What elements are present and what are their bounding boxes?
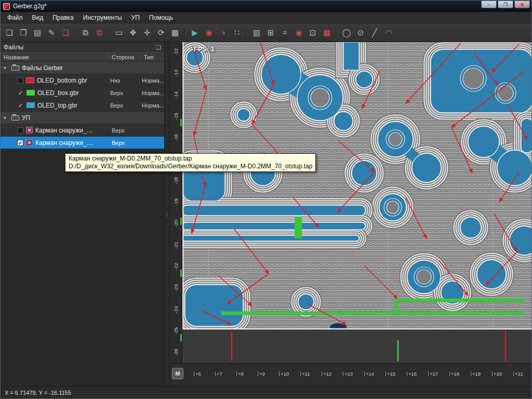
files-panel-empty-area (1, 149, 164, 386)
toolbar-rotate-button[interactable]: ⟳ (154, 26, 168, 39)
v-ruler-label: -18 (174, 177, 179, 184)
h-ruler-label: +12 (322, 371, 343, 377)
group-label: Файлы Gerber (22, 64, 63, 72)
toolbar-drill-button[interactable]: ∷ (230, 26, 244, 39)
v-ruler-label: -12 (174, 48, 179, 56)
menu-edit[interactable]: Правка (48, 12, 78, 23)
layer-color-swatch[interactable] (26, 77, 34, 83)
units-button[interactable]: M (172, 368, 183, 379)
menu-view[interactable]: Вид (28, 12, 48, 23)
file-side: Верх (109, 140, 141, 146)
toolbar-align-button[interactable]: ✛ (140, 26, 154, 39)
toolbar-simulate-button[interactable]: ▶ (188, 26, 202, 39)
toolbar-pie-stats-button[interactable]: ◑ (216, 26, 230, 39)
toolbar-grid-button[interactable]: ▩ (320, 26, 334, 39)
visibility-checkbox[interactable]: ✓ (17, 140, 23, 146)
h-ruler-label: +18 (449, 371, 471, 377)
toolbar-paste-button[interactable]: ⧉ (92, 26, 106, 39)
toolbar-record-button[interactable]: ◉ (292, 26, 305, 39)
files-table-header: Название Сторона Тип (1, 52, 164, 62)
file-name: OLED_box.gbr (37, 89, 78, 97)
expander-icon[interactable]: ▾ (4, 115, 9, 121)
visibility-checkbox[interactable] (17, 127, 23, 134)
toolbar-new-file-button[interactable]: ❏ (3, 26, 16, 39)
toolbar-separator (184, 27, 185, 38)
file-type: Норма... (139, 90, 164, 96)
toolbar-move-tool-button[interactable]: ✥ (126, 26, 140, 39)
toolbar-center-tool-button[interactable]: ⊙ (354, 26, 367, 39)
close-button[interactable]: ✕ (514, 1, 530, 8)
toolbar-milling-button[interactable]: ◉ (202, 26, 216, 39)
splitter-grip-icon: ⋮ (164, 211, 170, 218)
files-tree: ▾Файлы GerberOLED_bottom.gbrНизНорма...✓… (1, 62, 164, 149)
maximize-button[interactable]: ❐ (498, 1, 513, 8)
column-header-name[interactable]: Название (1, 53, 109, 61)
green-pocket-mark (295, 217, 302, 238)
h-ruler-label: +15 (385, 371, 407, 377)
group-row[interactable]: ▾Файлы Gerber (1, 62, 164, 74)
toolbar-circle-tool-button[interactable]: ◯ (340, 26, 353, 39)
toolbar-close-file-button[interactable]: ❑ (59, 26, 72, 39)
file-tooltip: Карман снаружи_M-D0.2MM_70_otstup.tap D:… (65, 153, 316, 172)
menu-nc-program[interactable]: УП (127, 12, 144, 23)
v-ruler-label: -13 (174, 70, 179, 77)
toolbar-save-button[interactable]: ▤ (31, 26, 44, 39)
visibility-checkbox[interactable] (17, 77, 23, 84)
v-ruler-label: -22 (174, 263, 179, 270)
file-row[interactable]: ✓Карман снаружи_…Верх (1, 137, 164, 149)
toolbar-array-button[interactable]: ▦ (168, 26, 182, 39)
toolbar-layers-button[interactable]: ▥ (250, 26, 263, 39)
v-ruler-label: -25 (174, 327, 179, 335)
file-row[interactable]: ✓OLED_top.gbrВерхНорма... (1, 99, 164, 112)
toolbar-select-region-button[interactable]: ▭ (112, 26, 126, 39)
toolbar-export-button[interactable]: ⊞ (264, 26, 277, 39)
h-ruler-label: +8 (236, 371, 258, 377)
menu-file[interactable]: Файл (3, 12, 28, 23)
file-name: OLED_top.gbr (37, 102, 77, 109)
application-window: Gerber.g2g* − ❐ ✕ Файл Вид Правка Инстру… (0, 0, 532, 399)
h-ruler-label: +14 (364, 371, 385, 377)
toolbar-curve-button[interactable]: ≈ (278, 26, 291, 39)
toolbar-fit-view-button[interactable]: ⊡ (306, 26, 320, 39)
h-ruler-label: +7 (215, 371, 236, 377)
cursor-coordinates: X = 6.71479, Y = -16.1155 (5, 390, 71, 396)
below-board-background (182, 329, 531, 363)
toolbar-open-folder-button[interactable]: ❐ (17, 26, 30, 39)
file-row[interactable]: Карман снаружи_…Верх (1, 124, 164, 137)
v-ruler-green-mark (180, 270, 182, 277)
layer-color-swatch[interactable] (26, 102, 35, 108)
file-row[interactable]: ✓OLED_box.gbrВерхНорма... (1, 87, 164, 99)
panel-splitter[interactable]: ⋮ (165, 42, 170, 386)
main-area: Файлы ❏ Название Сторона Тип ▾Файлы Gerb… (1, 42, 531, 386)
group-row[interactable]: ▾УП (1, 112, 164, 124)
toolbar-separator (75, 27, 76, 38)
toolbar-separator (109, 27, 110, 38)
toolbar-separator (336, 27, 337, 38)
panel-detach-icon[interactable]: ❏ (156, 44, 161, 51)
files-panel-header: Файлы ❏ (1, 42, 164, 52)
visibility-checkbox[interactable]: ✓ (17, 89, 24, 97)
visibility-checkbox[interactable]: ✓ (17, 102, 24, 109)
column-header-side[interactable]: Сторона (109, 53, 141, 61)
v-ruler-label: -26 (174, 349, 179, 356)
toolbar-edit-button[interactable]: ✎ (45, 26, 58, 39)
menu-help[interactable]: Помощь (144, 12, 178, 23)
pcb-canvas[interactable] (182, 42, 531, 363)
minimize-button[interactable]: − (481, 1, 497, 8)
file-type: Норма... (139, 102, 164, 109)
toolbar-arc-tool-button[interactable]: ◠ (382, 26, 395, 39)
v-ruler-label: -19 (174, 198, 179, 206)
title-bar: Gerber.g2g* − ❐ ✕ (1, 1, 531, 12)
h-ruler-label: +6 (194, 371, 215, 377)
layer-color-swatch[interactable] (26, 90, 35, 96)
expander-icon[interactable]: ▾ (4, 65, 9, 71)
file-row[interactable]: OLED_bottom.gbrНизНорма... (1, 74, 164, 87)
h-ruler-label: +11 (300, 371, 322, 377)
column-header-type[interactable]: Тип (141, 53, 164, 61)
toolbar-copy-button[interactable]: ⧉ (78, 26, 92, 39)
v-ruler-label: -20 (174, 220, 179, 227)
v-ruler-label: -14 (174, 91, 179, 99)
toolbar-line-tool-button[interactable]: ╱ (368, 26, 381, 39)
toolbar-separator (246, 27, 247, 38)
menu-tools[interactable]: Инструменты (78, 12, 127, 23)
